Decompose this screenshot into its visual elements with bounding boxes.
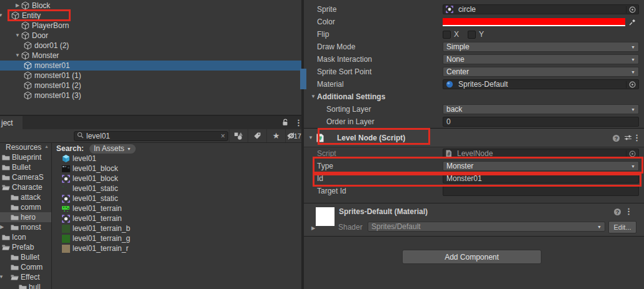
folder-common[interactable]: comm: [0, 202, 51, 212]
favorite-star-button[interactable]: [266, 129, 285, 142]
folder-resources[interactable]: Resources: [0, 142, 51, 152]
filter-by-label-button[interactable]: [248, 129, 266, 142]
search-input[interactable]: [84, 132, 221, 140]
hierarchy-item-door[interactable]: Door: [0, 31, 301, 41]
hierarchy-item-monster01-3[interactable]: monster01 (3): [0, 91, 301, 100]
asset-level01-block-sprite[interactable]: level01_block: [53, 174, 301, 184]
help-icon[interactable]: ?: [612, 134, 620, 142]
asset-level01[interactable]: level01: [53, 154, 301, 164]
order-in-layer-input[interactable]: [443, 117, 639, 127]
hierarchy-item-door01[interactable]: door01 (2): [0, 41, 301, 51]
hierarchy-item-entity[interactable]: Entity: [0, 11, 301, 21]
tab-project-label: ject: [1, 119, 13, 127]
clear-search-icon[interactable]: [221, 132, 225, 140]
asset-level01-static-tilemap[interactable]: level01_static: [53, 184, 301, 193]
folder-hero-selected[interactable]: hero: [0, 212, 51, 222]
collapse-arrow-icon[interactable]: [309, 223, 317, 233]
eyedropper-icon[interactable]: [628, 18, 636, 26]
collapse-arrow-icon[interactable]: [14, 1, 21, 11]
folder-monster[interactable]: monst: [0, 222, 51, 232]
folder-bullet[interactable]: Bullet: [0, 162, 51, 172]
type-dropdown[interactable]: Monster: [443, 161, 639, 171]
asset-level01-terrain-tilemap[interactable]: level01_terrain: [53, 203, 301, 213]
asset-level01-terrain-b[interactable]: level01_terrain_b: [53, 223, 301, 233]
sorting-layer-dropdown[interactable]: back: [443, 104, 639, 114]
shader-label: Shader: [338, 223, 363, 232]
folder-label: comm: [21, 203, 41, 212]
dropdown-value: Sprites/Default: [371, 222, 597, 231]
component-title: Level Node (Script): [337, 134, 405, 142]
asset-level01-terrain-r[interactable]: level01_terrain_r: [53, 243, 301, 253]
scroll-up-arrow[interactable]: [44, 144, 49, 149]
additional-settings-foldout[interactable]: Additional Settings: [304, 91, 644, 103]
folder-cameras[interactable]: CameraS: [0, 172, 51, 182]
script-object-field[interactable]: # LevelNode: [443, 149, 639, 159]
hierarchy-item-monster01-1[interactable]: monster01 (1): [0, 71, 301, 81]
folder-label: Icon: [12, 233, 26, 242]
expand-arrow-icon[interactable]: [14, 31, 21, 41]
hierarchy-item-block[interactable]: Block: [0, 1, 301, 11]
folder-icon: [11, 194, 19, 201]
folder-icon-dir[interactable]: Icon: [0, 232, 51, 242]
collapse-arrow-icon[interactable]: [0, 222, 6, 232]
asset-level01-static-sprite[interactable]: level01_static: [53, 193, 301, 203]
hierarchy-item-monster01-2[interactable]: monster01 (2): [0, 81, 301, 91]
hierarchy-item-monster[interactable]: Monster: [0, 51, 301, 61]
asset-level01-block-tilemap[interactable]: level01_block: [53, 164, 301, 174]
search-field[interactable]: [74, 131, 228, 141]
hierarchy-item-monster01-selected[interactable]: monster01: [0, 61, 301, 71]
expand-arrow-icon[interactable]: [0, 11, 4, 21]
kebab-menu-icon[interactable]: [633, 134, 641, 142]
material-object-field[interactable]: Sprites-Default: [443, 79, 639, 89]
sprite-sort-point-dropdown[interactable]: Center: [443, 67, 639, 77]
search-scope-pill[interactable]: In Assets: [89, 144, 136, 154]
field-label: Target Id: [317, 187, 443, 195]
flip-y-checkbox[interactable]: [468, 31, 476, 39]
shader-dropdown[interactable]: Sprites/Default: [368, 222, 605, 232]
hierarchy-item-label: Monster: [32, 51, 59, 60]
asset-level01-terrain-sprite[interactable]: level01_terrain: [53, 213, 301, 223]
folder-blueprint[interactable]: Blueprint: [0, 152, 51, 162]
hierarchy-item-label: Block: [32, 1, 50, 10]
object-picker-icon[interactable]: [626, 150, 636, 157]
folder-label: Comm: [21, 263, 43, 272]
filter-by-type-button[interactable]: [229, 129, 248, 142]
folder-prefab-common[interactable]: Comm: [0, 262, 51, 272]
add-component-button[interactable]: Add Component: [402, 250, 541, 264]
folder-characters[interactable]: Characte: [0, 182, 51, 192]
svg-text:?: ?: [615, 135, 618, 142]
lock-icon[interactable]: [281, 119, 289, 129]
divider-highlight: [300, 69, 306, 89]
hidden-count-button[interactable]: 17: [285, 129, 301, 142]
target-id-input[interactable]: [443, 186, 639, 196]
hierarchy-item-label: Door: [32, 31, 48, 40]
folder-attack[interactable]: attack: [0, 192, 51, 202]
object-picker-icon[interactable]: [626, 6, 636, 13]
material-preview-header[interactable]: Sprites-Default (Material) ? Shader Spri…: [304, 203, 644, 237]
expand-arrow-icon[interactable]: [0, 272, 5, 282]
kebab-menu-icon[interactable]: [625, 207, 633, 215]
expand-arrow-icon[interactable]: [14, 51, 21, 61]
gameobject-cube-icon: [24, 41, 32, 50]
draw-mode-dropdown[interactable]: Simple: [443, 42, 639, 52]
color-swatch[interactable]: [443, 18, 625, 26]
mask-interaction-dropdown[interactable]: None: [443, 54, 639, 64]
tab-project[interactable]: ject: [0, 116, 23, 129]
flip-x-checkbox[interactable]: [443, 31, 451, 39]
sprite-object-field[interactable]: circle: [443, 4, 639, 14]
object-picker-icon[interactable]: [626, 81, 636, 88]
help-icon[interactable]: ?: [613, 208, 621, 216]
expand-arrow-icon[interactable]: [307, 133, 314, 143]
edit-shader-button[interactable]: Edit...: [608, 221, 636, 233]
folder-prefab[interactable]: Prefab: [0, 242, 51, 252]
id-input[interactable]: [443, 174, 639, 184]
hierarchy-item-playerborn[interactable]: PlayerBorn: [0, 21, 301, 31]
level-node-component-header[interactable]: # Level Node (Script) ?: [304, 129, 644, 147]
folder-prefab-bullet[interactable]: Bullet: [0, 252, 51, 262]
gameobject-cube-icon: [24, 91, 32, 100]
asset-level01-terrain-g[interactable]: level01_terrain_g: [53, 233, 301, 243]
field-label: Sprite: [317, 5, 443, 14]
folder-effect-bullet[interactable]: bull: [0, 282, 51, 289]
folder-effect[interactable]: Effect: [0, 272, 51, 282]
presets-icon[interactable]: [624, 134, 632, 141]
